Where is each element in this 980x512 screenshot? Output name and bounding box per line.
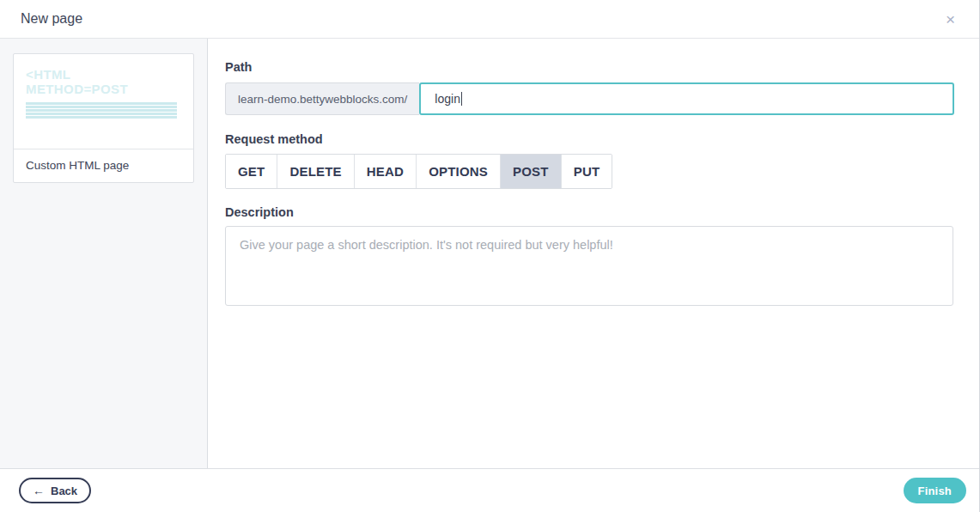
page-type-label: Custom HTML page: [14, 149, 193, 182]
arrow-left-icon: ←: [33, 484, 45, 497]
path-input-wrap: [419, 82, 954, 115]
method-button-post[interactable]: POST: [501, 155, 562, 188]
method-button-get[interactable]: GET: [226, 155, 277, 188]
dialog-title: New page: [21, 11, 942, 27]
text-caret: [461, 92, 462, 106]
new-page-form: Path learn-demo.bettywebblocks.com/ Requ…: [208, 39, 979, 468]
request-method-group: GET DELETE HEAD OPTIONS POST PUT: [225, 154, 612, 189]
method-button-options[interactable]: OPTIONS: [417, 155, 501, 188]
method-button-put[interactable]: PUT: [562, 155, 612, 188]
page-type-preview: <HTML METHOD=POST: [14, 54, 193, 149]
finish-button[interactable]: Finish: [904, 478, 966, 503]
back-button[interactable]: ← Back: [19, 478, 91, 503]
dialog-header: New page ×: [0, 0, 979, 39]
close-icon[interactable]: ×: [942, 9, 959, 29]
description-textarea[interactable]: [225, 226, 953, 306]
path-input-group: learn-demo.bettywebblocks.com/: [225, 82, 954, 115]
dialog-body: <HTML METHOD=POST Custom HTML page Path …: [0, 39, 979, 468]
page-type-sidebar: <HTML METHOD=POST Custom HTML page: [0, 39, 208, 468]
new-page-dialog: New page × <HTML METHOD=POST Custom HTML…: [0, 0, 980, 512]
dialog-footer: ← Back Finish: [0, 468, 979, 512]
path-label: Path: [225, 60, 954, 74]
description-label: Description: [225, 205, 954, 219]
html-code-preview: <HTML METHOD=POST: [26, 67, 181, 96]
code-lines-decoration: [26, 102, 181, 119]
path-input[interactable]: [419, 82, 954, 115]
method-button-delete[interactable]: DELETE: [277, 155, 354, 188]
page-type-card-custom-html[interactable]: <HTML METHOD=POST Custom HTML page: [13, 53, 194, 183]
request-method-label: Request method: [225, 132, 954, 146]
back-button-label: Back: [51, 485, 77, 497]
method-button-head[interactable]: HEAD: [355, 155, 417, 188]
path-url-prefix: learn-demo.bettywebblocks.com/: [225, 82, 419, 115]
